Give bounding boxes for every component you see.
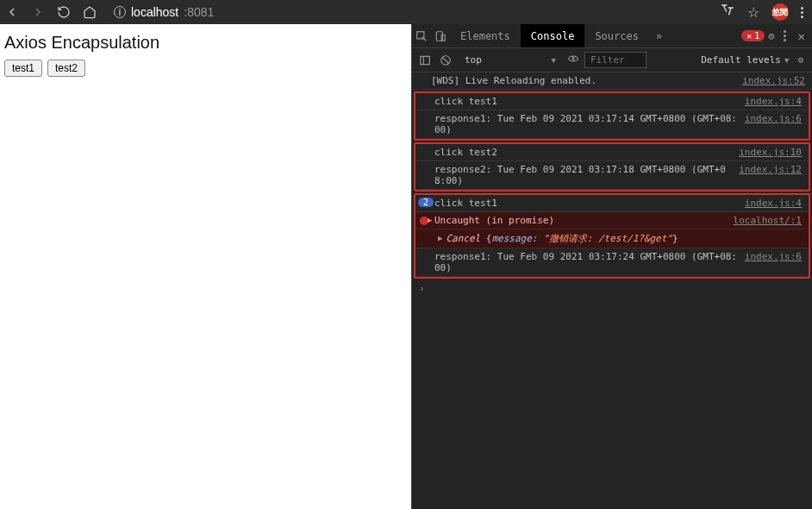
log-source[interactable]: index.js:12 [739,164,802,175]
console-toolbar: top▼ Default levels▼ ⚙ [412,48,812,72]
page-content: Axios Encapsulation test1 test2 [0,24,411,509]
filter-input[interactable] [584,52,646,68]
back-icon[interactable] [5,5,19,19]
log-message: click test1 [434,96,738,107]
log-source[interactable]: index.js:4 [745,198,802,209]
content-split: Axios Encapsulation test1 test2 Elements… [0,24,812,509]
log-source[interactable]: index.js:10 [739,147,802,158]
log-message: click test2 [434,147,732,158]
error-object-row: ▶ Cancel {message: "撤销请求: /test/1?&get"} [415,229,809,248]
test1-button[interactable]: test1 [4,60,42,77]
context-selector[interactable]: top▼ [459,52,562,68]
error-object: Cancel {message: "撤销请求: /test/1?&get"} [446,232,678,245]
log-row: response1: Tue Feb 09 2021 03:17:24 GMT+… [415,248,809,277]
log-source[interactable]: index.js:4 [745,96,802,107]
svg-point-5 [569,56,578,61]
url-host: localhost [131,5,178,19]
tab-sources[interactable]: Sources [584,24,649,47]
log-message: click test1 [434,198,738,209]
log-message: response1: Tue Feb 09 2021 03:17:14 GMT+… [434,113,738,135]
context-label: top [465,54,482,66]
profile-avatar[interactable]: 悠閒 [771,3,789,21]
home-icon[interactable] [83,5,97,19]
menu-icon[interactable] [801,7,803,18]
log-message: [WDS] Live Reloading enabled. [431,75,735,86]
clear-console-icon[interactable] [438,54,453,66]
inspect-icon[interactable] [412,30,431,42]
url-port: :8081 [184,5,214,19]
chevron-down-icon: ▼ [784,56,789,65]
tab-console[interactable]: Console [521,24,585,47]
settings-icon[interactable]: ⚙ [765,30,778,42]
devtools-menu-icon[interactable] [778,30,791,41]
console-prompt[interactable]: › [412,280,812,297]
devtools-panel: Elements Console Sources » ✕1 ⚙ ✕ top▼ D… [411,24,812,509]
log-levels-selector[interactable]: Default levels▼ [701,54,789,66]
toolbar-right: ☆ 悠閒 [720,3,807,22]
close-devtools-icon[interactable]: ✕ [791,29,812,43]
translate-icon[interactable] [720,3,735,22]
log-group: click test2 index.js:10 response2: Tue F… [414,142,810,192]
log-row: click test1 index.js:4 [415,93,809,110]
log-message: response2: Tue Feb 09 2021 03:17:18 GMT+… [434,164,732,186]
reload-icon[interactable] [57,5,71,19]
log-group: click test1 index.js:4 response1: Tue Fe… [414,91,810,141]
log-message: response1: Tue Feb 09 2021 03:17:24 GMT+… [434,251,738,273]
log-row: response2: Tue Feb 09 2021 03:17:18 GMT+… [415,161,809,190]
test2-button[interactable]: test2 [47,60,85,77]
browser-toolbar: i localhost:8081 ☆ 悠閒 [0,0,812,24]
log-source[interactable]: index.js:6 [745,113,802,124]
console-logs: [WDS] Live Reloading enabled. index.js:5… [412,72,812,509]
bookmark-icon[interactable]: ☆ [747,4,759,21]
log-message: Uncaught (in promise) [434,215,727,226]
sidebar-toggle-icon[interactable] [417,54,433,66]
console-settings-icon[interactable]: ⚙ [794,54,807,66]
log-source[interactable]: index.js:52 [742,75,805,86]
log-row: [WDS] Live Reloading enabled. index.js:5… [412,72,812,90]
devtools-tabs: Elements Console Sources » ✕1 ⚙ ✕ [412,24,812,48]
site-info-icon[interactable]: i [114,6,126,18]
log-row: response1: Tue Feb 09 2021 03:17:14 GMT+… [415,110,809,139]
log-source[interactable]: index.js:6 [745,251,802,262]
log-row: click test2 index.js:10 [415,144,809,161]
page-title: Axios Encapsulation [4,33,159,53]
log-row: click test1 index.js:4 [415,195,809,212]
forward-icon[interactable] [31,5,45,19]
expand-caret-icon[interactable]: ▶ [438,234,442,242]
log-source[interactable]: localhost/:1 [734,215,802,226]
tab-elements[interactable]: Elements [450,24,521,47]
expand-caret-icon[interactable]: ▶ [428,216,432,224]
log-group: click test1 index.js:4 ▶ Uncaught (in pr… [414,193,810,279]
device-icon[interactable] [431,30,450,42]
button-row: test1 test2 [4,60,85,77]
live-expression-icon[interactable] [567,53,579,67]
nav-buttons [5,5,97,19]
url-bar[interactable]: i localhost:8081 [107,5,709,19]
tabs-overflow-icon[interactable]: » [649,30,669,42]
levels-label: Default levels [701,54,781,66]
chevron-down-icon: ▼ [552,56,556,65]
svg-point-6 [572,58,574,60]
error-count: 1 [754,31,759,41]
error-count-badge[interactable]: ✕1 [741,30,765,41]
svg-rect-3 [421,56,430,64]
log-row-error: ▶ Uncaught (in promise) localhost/:1 [415,212,809,229]
